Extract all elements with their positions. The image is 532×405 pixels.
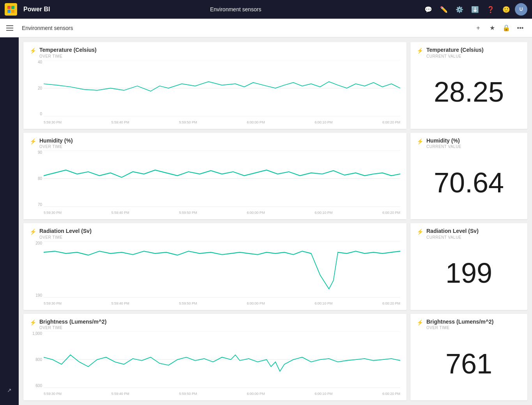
- edit-icon[interactable]: ✏️: [437, 2, 451, 16]
- temperature-chart-area: 40 20 0 5:59:30 PM 5:59:40 PM 5:59:50 PM…: [30, 60, 400, 124]
- temperature-value-subtitle: CURRENT VALUE: [426, 54, 484, 58]
- humidity-svg: [44, 150, 400, 207]
- topbar-page-title: Environment sensors: [210, 6, 262, 12]
- brightness-value-display: 761: [417, 331, 521, 396]
- humidity-value-card: ⚡ Humidity (%) CURRENT VALUE 70.64: [410, 133, 527, 220]
- humidity-value-display: 70.64: [417, 150, 521, 215]
- feedback-icon[interactable]: 🙂: [499, 2, 513, 16]
- page-action-group: + ★ 🔒 •••: [473, 23, 526, 33]
- dashboard-grid: ⚡ Temperature (Celsius) OVER TIME 40 20 …: [19, 37, 532, 405]
- temperature-value-title: Temperature (Celsius): [426, 47, 484, 53]
- radiation-chart-card: ⚡ Radiation Level (Sv) OVER TIME 200 190: [23, 223, 407, 310]
- radiation-value-number: 199: [445, 259, 492, 287]
- brightness-value-icon: ⚡: [417, 319, 423, 326]
- brightness-value-title: Brightness (Lumens/m^2): [426, 319, 493, 325]
- help-icon[interactable]: ❓: [484, 2, 498, 16]
- humidity-y-labels: 90 80 70: [30, 150, 44, 207]
- radiation-value-icon: ⚡: [417, 229, 423, 235]
- radiation-value-title: Radiation Level (Sv): [426, 228, 479, 234]
- brightness-chart-card: ⚡ Brightness (Lumens/m^2) OVER TIME 1,00…: [23, 314, 407, 401]
- humidity-value-header: ⚡ Humidity (%) CURRENT VALUE: [417, 137, 521, 149]
- humidity-chart-card: ⚡ Humidity (%) OVER TIME 90 80 70: [23, 133, 407, 220]
- radiation-x-labels: 5:59:30 PM 5:59:40 PM 5:59:50 PM 6:00:00…: [44, 301, 400, 305]
- app-title: Power BI: [23, 6, 50, 13]
- temperature-chart-subtitle: OVER TIME: [39, 54, 97, 58]
- radiation-chart-icon: ⚡: [30, 229, 36, 235]
- temperature-value-icon: ⚡: [417, 48, 423, 54]
- add-page-button[interactable]: +: [473, 23, 484, 33]
- brightness-value-header: ⚡ Brightness (Lumens/m^2) OVER TIME: [417, 319, 521, 330]
- brightness-chart-icon: ⚡: [30, 319, 36, 326]
- brightness-svg: [44, 331, 400, 388]
- app-grid-button[interactable]: [5, 3, 17, 16]
- radiation-svg: [44, 241, 400, 298]
- temperature-value-card: ⚡ Temperature (Celsius) CURRENT VALUE 28…: [410, 42, 527, 129]
- topbar-icon-group: 💬 ✏️ ⚙️ ⬇️ ❓ 🙂 U: [421, 2, 527, 16]
- temp-y-labels: 40 20 0: [30, 60, 44, 116]
- humidity-value-subtitle: CURRENT VALUE: [426, 144, 461, 149]
- hamburger-menu-button[interactable]: [6, 23, 17, 33]
- humidity-chart-title: Humidity (%): [39, 137, 73, 144]
- favorite-button[interactable]: ★: [487, 23, 498, 33]
- temperature-chart-header: ⚡ Temperature (Celsius) OVER TIME: [30, 47, 400, 58]
- temperature-chart-title: Temperature (Celsius): [39, 47, 97, 53]
- topbar-center: Environment sensors: [53, 6, 418, 12]
- humidity-value-icon: ⚡: [417, 138, 423, 144]
- radiation-value-card: ⚡ Radiation Level (Sv) CURRENT VALUE 199: [410, 223, 527, 310]
- brightness-chart-header: ⚡ Brightness (Lumens/m^2) OVER TIME: [30, 319, 400, 330]
- brightness-y-labels: 1,000 800 600: [30, 331, 44, 388]
- main-content: ↗ ⚡ Temperature (Celsius) OVER TIME 40 2…: [0, 37, 532, 405]
- temperature-value-header: ⚡ Temperature (Celsius) CURRENT VALUE: [417, 47, 521, 58]
- sidebar-arrow-icon[interactable]: ↗: [2, 383, 16, 397]
- brightness-value-number: 761: [445, 350, 492, 378]
- brightness-x-labels: 5:59:30 PM 5:59:40 PM 5:59:50 PM 6:00:00…: [44, 392, 400, 396]
- temperature-value-display: 28.25: [417, 60, 521, 124]
- radiation-chart-title: Radiation Level (Sv): [39, 228, 92, 234]
- radiation-value-subtitle: CURRENT VALUE: [426, 235, 479, 239]
- more-options-button[interactable]: •••: [515, 23, 526, 33]
- radiation-value-display: 199: [417, 241, 521, 305]
- humidity-chart-area: 90 80 70 5:59:30 PM 5:59:40 PM 5:59:50 P…: [30, 150, 400, 215]
- download-icon[interactable]: ⬇️: [468, 2, 482, 16]
- topbar: Power BI Environment sensors 💬 ✏️ ⚙️ ⬇️ …: [0, 0, 532, 19]
- page-breadcrumb-title: Environment sensors: [22, 25, 73, 31]
- sidebar-bottom: ↗: [2, 383, 16, 402]
- radiation-chart-subtitle: OVER TIME: [39, 235, 92, 239]
- settings-icon[interactable]: ⚙️: [452, 2, 467, 16]
- humidity-chart-icon: ⚡: [30, 138, 36, 144]
- brightness-value-subtitle: OVER TIME: [426, 326, 493, 330]
- humidity-chart-header: ⚡ Humidity (%) OVER TIME: [30, 137, 400, 149]
- secondary-bar: Environment sensors + ★ 🔒 •••: [0, 19, 532, 37]
- comment-icon[interactable]: 💬: [421, 2, 435, 16]
- temperature-chart-card: ⚡ Temperature (Celsius) OVER TIME 40 20 …: [23, 42, 407, 129]
- humidity-value-title: Humidity (%): [426, 137, 461, 144]
- radiation-y-labels: 200 190: [30, 241, 44, 298]
- temperature-value-number: 28.25: [434, 78, 504, 106]
- temperature-svg: [44, 60, 400, 116]
- radiation-value-header: ⚡ Radiation Level (Sv) CURRENT VALUE: [417, 228, 521, 239]
- radiation-chart-header: ⚡ Radiation Level (Sv) OVER TIME: [30, 228, 400, 239]
- user-avatar[interactable]: U: [515, 3, 527, 16]
- temp-x-labels: 5:59:30 PM 5:59:40 PM 5:59:50 PM 6:00:00…: [44, 120, 400, 124]
- radiation-chart-area: 200 190 5:59:30 PM 5:59:40 PM 5:59:50 PM…: [30, 241, 400, 305]
- brightness-value-card: ⚡ Brightness (Lumens/m^2) OVER TIME 761: [410, 314, 527, 401]
- brightness-chart-title: Brightness (Lumens/m^2): [39, 319, 106, 325]
- temperature-chart-icon: ⚡: [30, 48, 36, 54]
- brightness-chart-subtitle: OVER TIME: [39, 326, 106, 330]
- humidity-chart-subtitle: OVER TIME: [39, 144, 73, 149]
- sidebar: ↗: [0, 37, 19, 405]
- brightness-chart-area: 1,000 800 600 5:59:30 PM 5:59:40 PM 5:59…: [30, 331, 400, 396]
- humidity-x-labels: 5:59:30 PM 5:59:40 PM 5:59:50 PM 6:00:00…: [44, 211, 400, 215]
- humidity-value-number: 70.64: [434, 169, 504, 197]
- share-button[interactable]: 🔒: [501, 23, 512, 33]
